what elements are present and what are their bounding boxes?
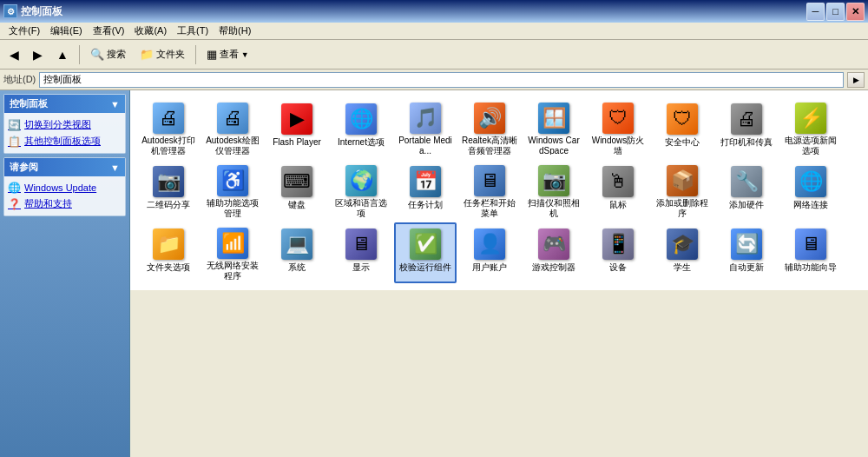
icon-item[interactable]: 🖨打印机和传真: [715, 97, 778, 158]
close-button[interactable]: ✕: [846, 3, 865, 21]
folders-icon: 📁: [140, 48, 154, 61]
title-bar-controls: ─ □ ✕: [806, 3, 865, 21]
icon-item[interactable]: 🔧添加硬件: [715, 160, 778, 221]
icon-item[interactable]: 🌐Internet选项: [330, 97, 392, 158]
icon-item[interactable]: 🔄自动更新: [715, 222, 778, 283]
sidebar-link-help-support[interactable]: ❓ 帮助和支持: [8, 195, 122, 212]
icon-item[interactable]: 🪟Windows CardSpace: [523, 97, 585, 158]
address-input[interactable]: [39, 72, 844, 88]
icon-item[interactable]: 🛡Windows防火墙: [587, 97, 649, 158]
icon-item[interactable]: 📶无线网络安装程序: [201, 222, 264, 283]
icon-image: 💻: [280, 228, 313, 261]
icon-item[interactable]: 📷二维码分享: [137, 160, 200, 221]
icon-symbol: 🎓: [667, 228, 698, 260]
icon-image: ⌨: [280, 165, 313, 198]
icon-item[interactable]: ⚡电源选项新闻选项: [779, 97, 842, 158]
icon-item[interactable]: 👤用户账户: [458, 222, 521, 283]
icon-item[interactable]: 📱设备: [587, 222, 649, 283]
sidebar-section-controlpanel: 控制面板 ▼ 🔄 切换到分类视图 📋 其他控制面板选项: [3, 94, 126, 154]
icon-item[interactable]: 🖨Autodesk绘图仪管理器: [201, 97, 264, 158]
back-button[interactable]: ◀: [3, 43, 25, 67]
icon-item[interactable]: 📷扫描仪和照相机: [523, 160, 585, 221]
sidebar-link-other-options[interactable]: 📋 其他控制面板选项: [8, 133, 122, 149]
icon-label: 任务计划: [408, 200, 443, 210]
icon-item[interactable]: 📅任务计划: [394, 160, 457, 221]
up-button[interactable]: ▲: [50, 43, 75, 67]
icon-item[interactable]: 🎓学生: [651, 222, 713, 283]
minimize-button[interactable]: ─: [806, 3, 825, 21]
icon-item[interactable]: ♿辅助功能选项管理: [201, 160, 264, 221]
sidebar-link-icon-1: 📋: [8, 136, 21, 148]
icon-symbol: 🌐: [795, 166, 826, 197]
icon-label: Realtek高清晰音频管理器: [462, 136, 517, 155]
forward-button[interactable]: ▶: [27, 43, 49, 67]
icon-item[interactable]: 📁文件夹选项: [137, 222, 200, 283]
folders-button[interactable]: 📁 文件夹: [134, 43, 191, 67]
sidebar-link-label-1: 其他控制面板选项: [24, 135, 101, 148]
icon-item[interactable]: ▶Flash Player: [266, 97, 328, 158]
menu-file[interactable]: 文件(F): [3, 23, 45, 38]
icon-item[interactable]: 🔊Realtek高清晰音频管理器: [458, 97, 521, 158]
icon-label: 校验运行组件: [399, 262, 451, 273]
sidebar-section-header-cp[interactable]: 控制面板 ▼: [4, 95, 125, 113]
icon-image: 📷: [152, 165, 185, 198]
sidebar-section-header-see[interactable]: 请参阅 ▼: [4, 158, 125, 176]
search-label: 搜索: [107, 48, 126, 61]
icon-item[interactable]: 🖥任务栏和开始菜单: [458, 160, 521, 221]
icon-symbol: 🖨: [217, 103, 248, 134]
sidebar-link-switch-view[interactable]: 🔄 切换到分类视图: [8, 116, 122, 133]
search-button[interactable]: 🔍 搜索: [84, 43, 132, 67]
icon-item[interactable]: 🛡安全中心: [651, 97, 713, 158]
toolbar-sep-1: [79, 45, 80, 64]
icon-label: Autodesk打印机管理器: [141, 136, 196, 155]
menu-favorites[interactable]: 收藏(A): [129, 23, 172, 38]
icon-item[interactable]: 🖥显示: [330, 222, 392, 283]
folders-label: 文件夹: [156, 48, 185, 61]
icon-item[interactable]: 🖨Autodesk打印机管理器: [137, 97, 200, 158]
icon-label: 任务栏和开始菜单: [462, 198, 517, 217]
address-bar: 地址(D) ▶: [0, 70, 868, 90]
content-area: 🖨Autodesk打印机管理器🖨Autodesk绘图仪管理器▶Flash Pla…: [130, 90, 868, 290]
icon-symbol: 🌍: [345, 165, 377, 196]
icon-item[interactable]: 🎵Portable Media...: [394, 97, 457, 158]
icon-item[interactable]: ⌨键盘: [266, 160, 328, 221]
views-label: 查看: [220, 48, 239, 61]
menu-help[interactable]: 帮助(H): [214, 23, 256, 38]
menu-edit[interactable]: 编辑(E): [45, 23, 88, 38]
icon-item[interactable]: 📦添加或删除程序: [651, 160, 713, 221]
sidebar-section-toggle-see: ▼: [110, 162, 120, 173]
icon-label: 用户账户: [472, 262, 507, 273]
icon-symbol: ✅: [410, 228, 441, 260]
icon-image: 🛡: [666, 103, 699, 136]
sidebar-section-toggle-cp: ▼: [110, 99, 120, 109]
icon-image: 🖨: [730, 103, 763, 136]
icon-item[interactable]: 💻系统: [266, 222, 328, 283]
menu-view[interactable]: 查看(V): [88, 23, 130, 38]
menu-bar: 文件(F) 编辑(E) 查看(V) 收藏(A) 工具(T) 帮助(H): [0, 23, 868, 40]
icon-image: 🎵: [409, 103, 442, 134]
icon-item[interactable]: 🌍区域和语言选项: [330, 160, 392, 221]
title-bar-left: ⚙ 控制面板: [3, 4, 62, 19]
up-icon: ▲: [56, 48, 69, 62]
sidebar-link-windows-update[interactable]: 🌐 Windows Update: [8, 180, 122, 195]
icon-image: 🔄: [730, 228, 763, 261]
maximize-button[interactable]: □: [826, 3, 845, 21]
icon-image: ♿: [216, 165, 249, 196]
icon-symbol: 💻: [281, 228, 312, 260]
menu-tools[interactable]: 工具(T): [172, 23, 214, 38]
icon-item[interactable]: 🌐网络连接: [779, 160, 842, 221]
icon-item[interactable]: ✅校验运行组件: [394, 222, 457, 283]
icon-symbol: 🖥: [795, 228, 826, 260]
views-button[interactable]: ▦ 查看 ▼: [201, 43, 255, 67]
sidebar-section-title-cp: 控制面板: [10, 97, 48, 110]
icon-item[interactable]: 🎮游戏控制器: [523, 222, 585, 283]
icon-item[interactable]: 🖥辅助功能向导: [779, 222, 842, 283]
icon-symbol: 🛡: [602, 103, 634, 134]
icon-label: 游戏控制器: [532, 262, 575, 273]
icon-symbol: 🎵: [410, 103, 441, 134]
icon-label: 添加或删除程序: [654, 198, 710, 217]
icon-item[interactable]: 🖱鼠标: [587, 160, 649, 221]
icon-label: 键盘: [288, 200, 306, 210]
sidebar: 控制面板 ▼ 🔄 切换到分类视图 📋 其他控制面板选项 请参阅: [0, 90, 130, 457]
address-go-button[interactable]: ▶: [847, 72, 865, 88]
